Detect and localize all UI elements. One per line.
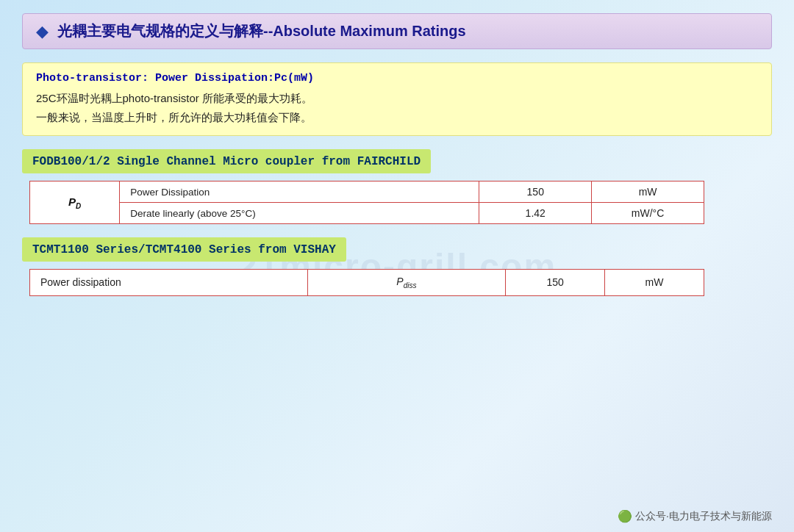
section2: TCMT1100 Series/TCMT4100 Series from VIS… <box>22 237 772 296</box>
table-row: Derate linearly (above 25°C) 1.42 mW/°C <box>30 203 704 224</box>
section2-table: Power dissipation Pdiss 150 mW <box>29 269 704 296</box>
symbol-pd: PD <box>30 181 120 224</box>
footer-text: 公众号·电力电子技术与新能源 <box>635 510 772 523</box>
table-row: PD Power Dissipation 150 mW <box>30 181 704 203</box>
wechat-icon: 🟢 <box>618 509 632 523</box>
value-150-2: 150 <box>506 270 605 296</box>
info-box-body: 25C环温时光耦上photo-transistor 所能承受的最大功耗。 一般来… <box>36 89 758 126</box>
section2-label: TCMT1100 Series/TCMT4100 Series from VIS… <box>32 243 336 256</box>
param-power-dissipation: Power Dissipation <box>120 181 479 203</box>
title-banner: ◆ 光耦主要电气规格的定义与解释--Absolute Maximum Ratin… <box>22 13 772 49</box>
diamond-icon: ◆ <box>36 22 49 41</box>
page-title: 光耦主要电气规格的定义与解释--Absolute Maximum Ratings <box>57 21 466 41</box>
symbol-pdiss: Pdiss <box>307 270 506 296</box>
section1: FODB100/1/2 Single Channel Micro coupler… <box>22 149 772 224</box>
table-row: Power dissipation Pdiss 150 mW <box>30 270 704 296</box>
section2-label-container: TCMT1100 Series/TCMT4100 Series from VIS… <box>22 237 346 262</box>
section1-table: PD Power Dissipation 150 mW Derate linea… <box>29 181 704 224</box>
info-line1: 25C环温时光耦上photo-transistor 所能承受的最大功耗。 <box>36 92 312 104</box>
unit-mw2: mW <box>605 270 704 296</box>
param-power-dissipation2: Power dissipation <box>30 270 308 296</box>
unit-mw: mW <box>592 181 704 203</box>
param-derate: Derate linearly (above 25°C) <box>120 203 479 224</box>
value-150: 150 <box>479 181 592 203</box>
section1-label: FODB100/1/2 Single Channel Micro coupler… <box>32 155 421 168</box>
info-box: Photo-transistor: Power Dissipation:Pc(m… <box>22 62 772 136</box>
info-box-title: Photo-transistor: Power Dissipation:Pc(m… <box>36 72 758 85</box>
info-line2: 一般来说，当温度上升时，所允许的最大功耗值会下降。 <box>36 111 312 123</box>
section1-label-container: FODB100/1/2 Single Channel Micro coupler… <box>22 149 431 173</box>
unit-mwc: mW/°C <box>592 203 704 224</box>
value-142: 1.42 <box>479 203 592 224</box>
footer: 🟢 公众号·电力电子技术与新能源 <box>618 509 772 523</box>
